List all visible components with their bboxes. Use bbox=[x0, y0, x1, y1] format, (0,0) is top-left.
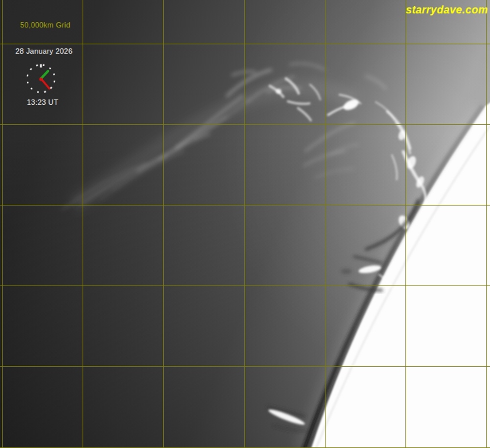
date-label: 28 January 2026 bbox=[15, 47, 72, 55]
clock bbox=[25, 62, 57, 95]
clock-center-dot bbox=[40, 78, 43, 81]
watermark: starrydave.com bbox=[406, 4, 489, 16]
clock-hour-hand bbox=[41, 71, 48, 79]
solar-observation-image: 50,000km Grid 28 January 2026 13:23 UT s… bbox=[0, 0, 490, 448]
bottom-prominence-streak bbox=[267, 407, 306, 431]
time-label: 13:23 UT bbox=[27, 98, 58, 106]
grid-label: 50,000km Grid bbox=[20, 21, 70, 29]
solar-scene bbox=[0, 0, 490, 448]
